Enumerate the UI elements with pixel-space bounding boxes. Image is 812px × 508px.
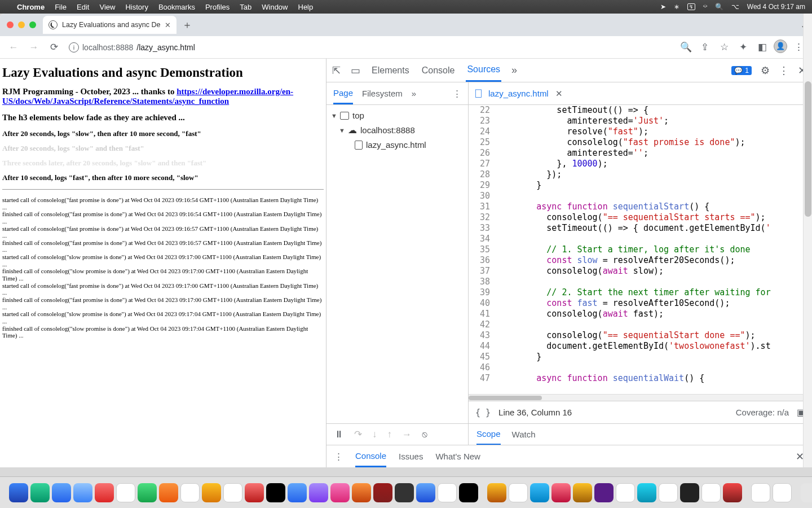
dock-app-icon[interactable]: [180, 483, 200, 502]
code-line[interactable]: 28 });: [469, 169, 812, 180]
code-line[interactable]: 31 async function sequentialStart() {: [469, 202, 812, 212]
code-line[interactable]: 47 async function sequentialWait() {: [469, 373, 812, 384]
code-line[interactable]: 46: [469, 362, 812, 373]
location-icon[interactable]: ➤: [660, 3, 666, 11]
line-number[interactable]: 44: [469, 341, 496, 352]
code-line[interactable]: 29 }: [469, 180, 812, 191]
dock-chrome-icon[interactable]: [751, 483, 770, 502]
code-line[interactable]: 22 setTimeout(() => {: [469, 105, 812, 116]
dock-app-icon[interactable]: [138, 483, 157, 502]
menu-profiles[interactable]: Profiles: [205, 3, 230, 11]
code-line[interactable]: 34: [469, 234, 812, 244]
toggle-navigator-icon[interactable]: ⎕: [475, 87, 482, 99]
dock-app-icon[interactable]: [352, 483, 371, 502]
sidepanel-icon[interactable]: ◧: [754, 40, 770, 55]
devtools-tab-elements[interactable]: Elements: [370, 59, 411, 82]
issues-badge[interactable]: 💬 1: [731, 66, 752, 75]
address-bar[interactable]: i localhost:8888/lazy_async.html: [69, 42, 195, 52]
line-number[interactable]: 43: [469, 330, 496, 341]
code-line[interactable]: 45 }: [469, 352, 812, 362]
profile-avatar[interactable]: 👤: [774, 40, 787, 53]
dock-app-icon[interactable]: [594, 483, 614, 502]
line-number[interactable]: 22: [469, 105, 496, 116]
dock-app-icon[interactable]: [245, 483, 264, 502]
dock-app-icon[interactable]: [459, 483, 478, 502]
browser-tab[interactable]: ⏾ Lazy Evaluations and async De ✕: [43, 16, 176, 34]
code-line[interactable]: 41 consolelog(await fast);: [469, 309, 812, 319]
line-number[interactable]: 42: [469, 319, 496, 330]
line-number[interactable]: 28: [469, 169, 496, 180]
menu-history[interactable]: History: [125, 3, 148, 11]
step-icon[interactable]: →: [402, 429, 412, 440]
code-line[interactable]: 33 setTimeout(() => { document.getElemen…: [469, 223, 812, 234]
menu-file[interactable]: File: [55, 3, 67, 11]
dock-app-icon[interactable]: [395, 483, 414, 502]
line-number[interactable]: 38: [469, 277, 496, 287]
code-line[interactable]: 23 aminterested='Just';: [469, 116, 812, 126]
dock-app-icon[interactable]: [573, 483, 592, 502]
editor-file-close-icon[interactable]: ✕: [555, 89, 563, 99]
line-number[interactable]: 23: [469, 116, 496, 126]
dock-finder-icon[interactable]: [9, 483, 28, 502]
line-number[interactable]: 35: [469, 244, 496, 255]
line-number[interactable]: 39: [469, 287, 496, 298]
line-number[interactable]: 37: [469, 266, 496, 277]
devtools-more-tabs-icon[interactable]: »: [511, 64, 517, 76]
dock-app-icon[interactable]: [487, 483, 506, 502]
dock-app-icon[interactable]: [509, 483, 528, 502]
devtools-tab-sources[interactable]: Sources: [466, 59, 501, 82]
dock-app-icon[interactable]: [95, 483, 114, 502]
dock-app-icon[interactable]: [680, 483, 699, 502]
drawer-tab-issues[interactable]: Issues: [399, 452, 423, 461]
dock-app-icon[interactable]: [637, 483, 656, 502]
line-number[interactable]: 36: [469, 255, 496, 266]
dock-app-icon[interactable]: [659, 483, 678, 502]
dock-app-icon[interactable]: [30, 483, 50, 502]
zoom-icon[interactable]: 🔍: [678, 40, 694, 55]
dock-app-icon[interactable]: [773, 483, 792, 502]
window-scrollbar[interactable]: [803, 14, 812, 467]
editor-horizontal-scrollbar[interactable]: [469, 394, 812, 401]
device-toolbar-icon[interactable]: ▭: [351, 64, 360, 77]
menu-view[interactable]: View: [99, 3, 115, 11]
window-minimize-button[interactable]: [18, 21, 25, 28]
code-line[interactable]: 37 consolelog(await slow);: [469, 266, 812, 277]
menu-bookmarks[interactable]: Bookmarks: [158, 3, 195, 11]
line-number[interactable]: 41: [469, 309, 496, 319]
line-number[interactable]: 24: [469, 126, 496, 137]
line-number[interactable]: 26: [469, 148, 496, 159]
devtools-tab-console[interactable]: Console: [421, 59, 456, 82]
line-number[interactable]: 30: [469, 191, 496, 202]
battery-icon[interactable]: ↯: [687, 3, 695, 10]
dock-app-icon[interactable]: [288, 483, 307, 502]
step-into-icon[interactable]: ↓: [372, 429, 377, 440]
code-line[interactable]: 30: [469, 191, 812, 202]
editor-file-tab[interactable]: lazy_async.html: [488, 89, 549, 98]
line-number[interactable]: 29: [469, 180, 496, 191]
line-number[interactable]: 25: [469, 137, 496, 148]
dock-app-icon[interactable]: [52, 483, 71, 502]
deactivate-breakpoints-icon[interactable]: ⍉: [422, 429, 427, 440]
dock-app-icon[interactable]: [266, 483, 285, 502]
dock-app-icon[interactable]: [223, 483, 242, 502]
dock-app-icon[interactable]: [701, 483, 721, 502]
forward-button[interactable]: →: [26, 40, 42, 55]
dock-chrome-icon[interactable]: [616, 483, 635, 502]
dock-stack-icon[interactable]: [801, 483, 812, 502]
watch-tab[interactable]: Watch: [512, 430, 536, 439]
inspect-element-icon[interactable]: ⇱: [332, 64, 341, 77]
drawer-tab-whatsnew[interactable]: What's New: [435, 452, 480, 461]
code-line[interactable]: 27 }, 10000);: [469, 159, 812, 169]
navigator-tab-filesystem[interactable]: Filesystem: [362, 89, 403, 98]
dock-app-icon[interactable]: [116, 483, 135, 502]
code-line[interactable]: 26 aminterested='';: [469, 148, 812, 159]
devtools-menu-icon[interactable]: ⋮: [779, 64, 789, 77]
tree-top[interactable]: ▼top: [326, 108, 468, 122]
reload-button[interactable]: ⟳: [46, 40, 62, 55]
clock[interactable]: Wed 4 Oct 9:17 am: [747, 3, 805, 11]
code-line[interactable]: 43 consolelog("== sequentialStart done =…: [469, 330, 812, 341]
menu-tab[interactable]: Tab: [240, 3, 251, 11]
line-number[interactable]: 32: [469, 212, 496, 223]
line-number[interactable]: 47: [469, 373, 496, 384]
scope-tab[interactable]: Scope: [476, 424, 501, 445]
